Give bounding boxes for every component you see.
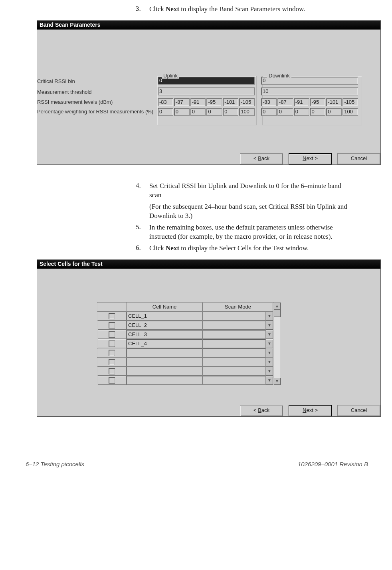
downlink-level-input[interactable]: -101	[326, 98, 342, 106]
scanmode-combo[interactable]	[203, 358, 265, 366]
chevron-down-icon[interactable]: ▼	[265, 367, 273, 376]
label-threshold: Measurement threshold	[37, 89, 158, 95]
back-button[interactable]: < Back	[240, 405, 283, 416]
header-cellname: Cell Name	[127, 302, 203, 311]
label-weights: Percentage weighting for RSSI measuremen…	[37, 109, 158, 115]
step-number: 4.	[136, 182, 149, 221]
table-row: CELL_4 ▼	[97, 339, 273, 348]
uplink-weight-input[interactable]: 0	[174, 108, 190, 116]
chevron-down-icon[interactable]: ▼	[265, 339, 273, 348]
row-checkbox[interactable]	[109, 340, 115, 347]
cellname-input[interactable]: CELL_3	[127, 330, 202, 339]
row-checkbox[interactable]	[109, 350, 115, 356]
step-text: Click Next to display the Select Cells f…	[149, 244, 351, 253]
scanmode-combo[interactable]	[203, 339, 265, 348]
step-text: Set Critical RSSI bin Uplink and Downlin…	[149, 182, 351, 221]
label-levels: RSSI measurement levels (dBm)	[37, 99, 158, 105]
cellname-input[interactable]: CELL_1	[127, 312, 202, 321]
dialog-title: Select Cells for the Test	[37, 260, 380, 269]
uplink-threshold-input[interactable]: 3	[158, 87, 255, 95]
step-number: 3.	[136, 5, 149, 14]
uplink-weight-input[interactable]: 0	[223, 108, 238, 116]
uplink-level-input[interactable]: -101	[223, 98, 238, 106]
table-row: ▼	[97, 357, 273, 366]
chevron-down-icon[interactable]: ▼	[265, 321, 273, 330]
scroll-down-icon[interactable]: ▼	[273, 378, 281, 385]
chevron-down-icon[interactable]: ▼	[265, 348, 273, 357]
step-number: 6.	[136, 244, 149, 253]
uplink-level-input[interactable]: -87	[174, 98, 190, 106]
band-scan-parameters-dialog: Band Scan Parameters Uplink Downlink Cri…	[37, 20, 381, 165]
downlink-weight-input[interactable]: 0	[261, 108, 277, 116]
scroll-up-icon[interactable]: ▲	[273, 303, 281, 310]
step-text: Click Next to display the Band Scan Para…	[149, 5, 351, 14]
step-number: 5.	[136, 223, 149, 241]
table-row: ▼	[97, 376, 273, 385]
footer-left: 6–12 Testing picocells	[26, 461, 84, 467]
table-scrollbar[interactable]: ▲ ▼	[273, 302, 281, 385]
uplink-level-input[interactable]: -105	[239, 98, 255, 106]
scanmode-combo[interactable]	[203, 312, 265, 321]
downlink-threshold-input[interactable]: 10	[261, 87, 358, 95]
chevron-down-icon[interactable]: ▼	[265, 330, 273, 339]
downlink-weight-input[interactable]: 0	[310, 108, 325, 116]
downlink-legend: Downlink	[267, 73, 291, 79]
downlink-level-input[interactable]: -87	[277, 98, 293, 106]
downlink-weight-input[interactable]: 100	[343, 108, 358, 116]
cells-table: Cell Name Scan Mode CELL_1 ▼ CELL_2 ▼	[97, 302, 273, 385]
uplink-legend: Uplink	[162, 73, 179, 79]
uplink-weight-input[interactable]: 0	[206, 108, 222, 116]
row-checkbox[interactable]	[109, 313, 115, 319]
downlink-level-input[interactable]: -105	[343, 98, 358, 106]
chevron-down-icon[interactable]: ▼	[265, 358, 273, 366]
table-row: CELL_2 ▼	[97, 321, 273, 330]
downlink-level-input[interactable]: -83	[261, 98, 277, 106]
downlink-level-input[interactable]: -91	[294, 98, 309, 106]
uplink-level-input[interactable]: -95	[206, 98, 222, 106]
chevron-down-icon[interactable]: ▼	[265, 376, 273, 385]
back-button[interactable]: < Back	[240, 153, 283, 164]
chevron-down-icon[interactable]: ▼	[265, 312, 273, 321]
cellname-input[interactable]	[127, 348, 202, 357]
scanmode-combo[interactable]	[203, 330, 265, 339]
row-checkbox[interactable]	[109, 368, 115, 374]
row-checkbox[interactable]	[109, 359, 115, 365]
dialog-title: Band Scan Parameters	[37, 21, 380, 30]
downlink-weight-input[interactable]: 0	[277, 108, 293, 116]
cellname-input[interactable]	[127, 358, 202, 366]
label-critical-rssi: Critical RSSI bin	[37, 78, 158, 84]
downlink-level-input[interactable]: -95	[310, 98, 325, 106]
scanmode-combo[interactable]	[203, 367, 265, 376]
scroll-thumb[interactable]	[273, 310, 281, 317]
cellname-input[interactable]	[127, 367, 202, 376]
footer-right: 1026209–0001 Revision B	[298, 461, 368, 467]
uplink-weight-input[interactable]: 0	[158, 108, 173, 116]
cancel-button[interactable]: Cancel	[337, 405, 380, 416]
next-button[interactable]: Next >	[289, 405, 332, 416]
row-checkbox[interactable]	[109, 322, 115, 329]
scanmode-combo[interactable]	[203, 321, 265, 330]
header-scanmode: Scan Mode	[203, 302, 273, 311]
table-row: CELL_1 ▼	[97, 311, 273, 321]
cancel-button[interactable]: Cancel	[337, 153, 380, 164]
row-checkbox[interactable]	[109, 331, 115, 338]
table-row: ▼	[97, 348, 273, 357]
select-cells-dialog: Select Cells for the Test Cell Name Scan…	[37, 259, 381, 417]
table-row: ▼	[97, 366, 273, 376]
cellname-input[interactable]: CELL_4	[127, 339, 202, 348]
table-row: CELL_3 ▼	[97, 330, 273, 339]
uplink-weight-input[interactable]: 100	[239, 108, 255, 116]
uplink-weight-input[interactable]: 0	[190, 108, 206, 116]
scanmode-combo[interactable]	[203, 348, 265, 357]
uplink-level-input[interactable]: -83	[158, 98, 173, 106]
cellname-input[interactable]	[127, 376, 202, 385]
downlink-weight-input[interactable]: 0	[326, 108, 342, 116]
row-checkbox[interactable]	[109, 377, 115, 384]
cellname-input[interactable]: CELL_2	[127, 321, 202, 330]
downlink-weight-input[interactable]: 0	[294, 108, 309, 116]
scanmode-combo[interactable]	[203, 376, 265, 385]
uplink-level-input[interactable]: -91	[190, 98, 206, 106]
step-text: In the remaining boxes, use the default …	[149, 223, 351, 241]
next-button[interactable]: Next >	[289, 153, 332, 164]
